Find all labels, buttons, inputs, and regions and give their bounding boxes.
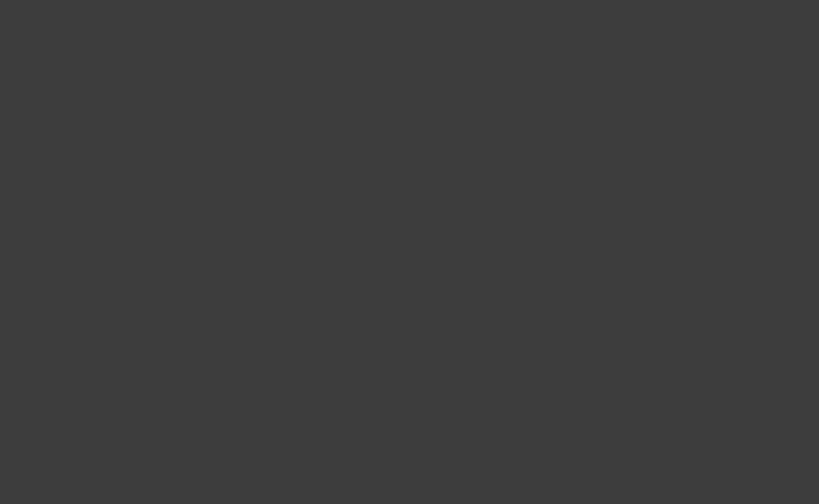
arrows-svg (0, 79, 819, 488)
diagram (0, 79, 819, 488)
